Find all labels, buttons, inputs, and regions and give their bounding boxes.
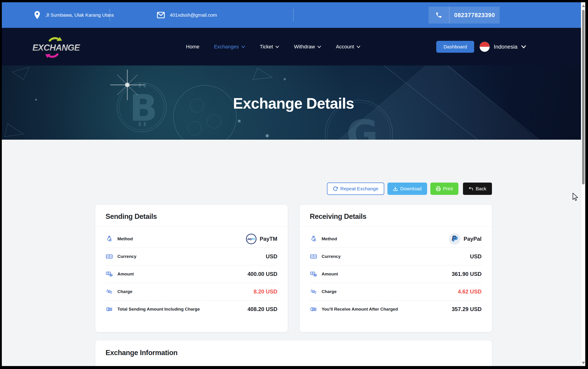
receiving-charge-row: Charge 4.62 USD	[310, 283, 482, 300]
nav-item-label: Account	[336, 44, 354, 50]
row-label: Method	[118, 236, 133, 241]
browser-viewport: Jl Sumbawa, Ulak Karang Utara 401xdssh@g…	[2, 2, 585, 366]
language-label[interactable]: Indonesia	[494, 44, 517, 50]
row-value: 408.20 USD	[248, 306, 277, 312]
topbar-location-text: Jl Sumbawa, Ulak Karang Utara	[46, 12, 114, 18]
topbar-phone-number[interactable]: 082377823390	[449, 12, 500, 19]
logo-arrow-magenta	[49, 54, 58, 57]
row-label: Total Sending Amount Including Charge	[118, 307, 200, 312]
indonesia-flag-icon[interactable]	[480, 42, 490, 52]
receiving-currency-row: Currency USD	[310, 248, 482, 265]
chevron-down-icon	[317, 45, 321, 48]
svg-text:G: G	[346, 112, 378, 140]
svg-text:$: $	[110, 239, 111, 241]
main-navbar: EXCHANGE Home Exchanges Ticket Withdraw …	[2, 28, 585, 65]
repeat-exchange-label: Repeat Exchange	[340, 186, 378, 192]
row-value-charge: 8.20 USD	[253, 288, 277, 295]
row-value: paytm PayTM	[246, 234, 277, 244]
sending-total-row: Σ Total Sending Amount Including Charge …	[106, 300, 277, 318]
topbar-divider	[293, 9, 294, 21]
row-label: Amount	[322, 272, 338, 277]
paypal-logo: PP	[449, 233, 460, 245]
charge-coins-icon	[310, 288, 317, 295]
mouse-cursor	[572, 192, 579, 202]
row-label: Charge	[322, 289, 336, 294]
money-bag-icon: $	[106, 235, 113, 243]
row-label: You'll Receive Amount After Charged	[322, 307, 398, 312]
download-label: Download	[400, 186, 421, 192]
page-title: Exchange Details	[2, 95, 585, 112]
printer-icon	[436, 186, 441, 191]
banknote-icon	[310, 253, 317, 260]
money-bag-icon: $	[310, 235, 317, 243]
dashboard-button[interactable]: Dashboard	[436, 41, 474, 53]
exchange-information-card: Exchange Information	[95, 340, 492, 366]
receiving-amount-row: Amount 361.90 USD	[310, 265, 482, 283]
envelope-icon	[157, 12, 165, 18]
sending-currency-row: Currency USD	[106, 248, 277, 265]
row-value: 361.90 USD	[452, 271, 482, 277]
action-buttons: Repeat Exchange Download Print Back	[95, 140, 492, 195]
svg-text:Σ: Σ	[107, 308, 109, 311]
chevron-down-icon	[356, 45, 361, 48]
logo-arrow-green	[50, 38, 58, 41]
hero-banner: B G Exchange Details	[2, 65, 585, 140]
scroll-down-arrow[interactable]	[582, 362, 585, 364]
chevron-down-icon	[275, 45, 279, 48]
paytm-logo: paytm	[246, 234, 256, 244]
print-label: Print	[443, 186, 453, 192]
topbar-divider	[110, 9, 110, 21]
cash-stack-icon	[106, 270, 113, 278]
download-button[interactable]: Download	[387, 183, 427, 195]
nav-item-account[interactable]: Account	[336, 44, 361, 50]
row-value: 357.29 USD	[452, 306, 482, 312]
receiving-total-row: Σ You'll Receive Amount After Charged 35…	[310, 300, 482, 318]
nav-menu: Home Exchanges Ticket Withdraw Account	[186, 28, 361, 65]
sending-method-value: PayTM	[260, 236, 277, 242]
nav-item-label: Home	[186, 44, 199, 50]
receiving-method-value: PayPal	[464, 236, 482, 242]
exchange-information-title: Exchange Information	[106, 349, 482, 357]
charge-coins-icon	[106, 288, 113, 295]
brand-logo[interactable]: EXCHANGE	[32, 35, 81, 61]
sending-details-title: Sending Details	[106, 213, 277, 221]
nav-right: Dashboard Indonesia	[436, 28, 526, 65]
topbar-email[interactable]: 401xdssh@gmail.com	[157, 2, 217, 28]
topbar-phone[interactable]: 082377823390	[428, 7, 500, 23]
topbar-location: Jl Sumbawa, Ulak Karang Utara	[34, 2, 114, 28]
location-pin-icon	[34, 11, 41, 19]
cash-stack-icon	[310, 270, 317, 278]
nav-item-ticket[interactable]: Ticket	[260, 44, 280, 50]
row-label: Charge	[118, 289, 132, 294]
banknote-icon	[106, 253, 113, 260]
scrollbar[interactable]	[581, 2, 585, 366]
sending-method-row: $ Method paytm PayTM	[106, 230, 277, 248]
phone-icon	[428, 7, 449, 23]
brand-logo-text: EXCHANGE	[32, 43, 80, 52]
sigma-total-icon: Σ	[310, 306, 317, 313]
nav-item-home[interactable]: Home	[186, 44, 199, 50]
row-value: 400.00 USD	[248, 271, 277, 277]
scrollbar-thumb[interactable]	[582, 10, 585, 184]
chevron-down-icon	[241, 45, 245, 48]
print-button[interactable]: Print	[430, 183, 458, 195]
topbar: Jl Sumbawa, Ulak Karang Utara 401xdssh@g…	[2, 2, 585, 28]
sigma-total-icon: Σ	[106, 306, 113, 313]
chevron-down-icon[interactable]	[521, 45, 526, 48]
row-label: Method	[322, 236, 337, 241]
back-button[interactable]: Back	[463, 183, 492, 195]
receiving-details-card: Receiving Details $ Method PP PayPal	[300, 205, 492, 332]
row-value-charge: 4.62 USD	[458, 288, 481, 295]
nav-item-label: Ticket	[260, 44, 273, 50]
scroll-up-arrow[interactable]	[582, 5, 585, 7]
download-icon	[393, 186, 398, 191]
sending-amount-row: Amount 400.00 USD	[106, 265, 277, 283]
nav-item-withdraw[interactable]: Withdraw	[294, 44, 321, 50]
back-label: Back	[476, 186, 487, 192]
row-value: PP PayPal	[449, 233, 482, 245]
sending-details-card: Sending Details $ Method paytm PayTM	[95, 205, 288, 332]
svg-text:Σ: Σ	[312, 308, 314, 311]
topbar-email-text[interactable]: 401xdssh@gmail.com	[170, 12, 217, 18]
nav-item-exchanges[interactable]: Exchanges	[214, 44, 245, 50]
repeat-exchange-button[interactable]: Repeat Exchange	[327, 183, 384, 195]
